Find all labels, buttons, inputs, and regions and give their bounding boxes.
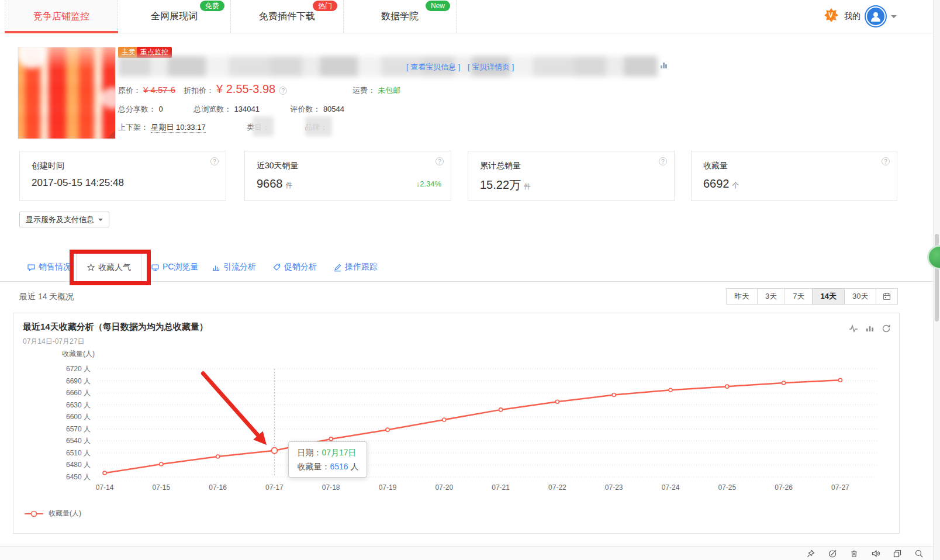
vip-level-icon[interactable]: V3 — [824, 8, 839, 25]
help-icon[interactable]: ? — [436, 157, 444, 165]
tab-label: PC浏览量 — [163, 262, 198, 272]
tab-pc-views[interactable]: PC浏览量 — [151, 262, 198, 272]
blurred-category-value — [253, 116, 274, 136]
svg-text:6480 人: 6480 人 — [66, 461, 91, 469]
help-icon[interactable]: ? — [279, 87, 287, 95]
tab-label: 引流分析 — [223, 262, 256, 272]
svg-text:07-24: 07-24 — [662, 483, 680, 492]
trash-icon[interactable] — [849, 549, 859, 558]
tab-operation-tracking[interactable]: 操作跟踪 — [333, 262, 378, 272]
svg-text:07-23: 07-23 — [605, 483, 623, 492]
bar-chart-icon[interactable] — [865, 324, 875, 336]
red-highlight-annotation — [70, 250, 151, 285]
range-yesterday-button[interactable]: 昨天 — [726, 288, 758, 305]
pin-icon[interactable] — [806, 549, 815, 558]
show-service-payment-button[interactable]: 显示服务及支付信息 — [19, 212, 109, 227]
shelf-time-label: 上下架： — [118, 123, 148, 132]
range-30day-button[interactable]: 30天 — [844, 288, 876, 305]
svg-text:07-15: 07-15 — [152, 483, 170, 492]
card-created-time: 创建时间 ? 2017-05-15 14:25:48 — [19, 151, 226, 201]
shelf-time-value[interactable]: 星期日 10:33:17 — [151, 123, 205, 133]
card-title: 累计总销量 — [480, 161, 521, 171]
original-price-value: ¥ 4.57-6 — [143, 85, 175, 95]
bar-chart-icon — [212, 263, 220, 272]
card-unit: 件 — [286, 181, 293, 189]
calendar-button[interactable] — [876, 288, 898, 305]
nav-tab-competitor-monitor[interactable]: 竞争店铺监控 — [5, 0, 118, 33]
nav-tab-keywords[interactable]: 全网展现词 免费 — [118, 0, 231, 33]
calendar-icon — [882, 292, 891, 301]
favorites-chart-card: 最近14天收藏分析（每日数据为均为总收藏量） 07月14日-07月27日 收藏量… — [13, 313, 900, 534]
chart-toolbar — [849, 324, 891, 336]
help-icon[interactable]: ? — [659, 157, 667, 165]
rank-icon — [659, 61, 668, 72]
svg-text:07-19: 07-19 — [379, 483, 397, 492]
svg-text:6720 人: 6720 人 — [66, 365, 91, 373]
legend-marker-icon — [24, 510, 44, 517]
card-30day-sales: 近30天销量 ? 9668件 ↓2.34% — [244, 151, 451, 201]
overview-label: 最近 14 天概况 — [19, 292, 74, 302]
range-14day-button[interactable]: 14天 — [812, 288, 844, 305]
annotate-icon[interactable] — [828, 549, 837, 558]
svg-text:07-16: 07-16 — [209, 483, 227, 492]
my-account-label[interactable]: 我的 — [844, 11, 860, 22]
blurred-product-title — [118, 56, 658, 77]
blurred-product-photo — [18, 47, 116, 139]
tag-icon — [272, 263, 281, 272]
new-badge: New — [426, 1, 450, 11]
chart-plot-area[interactable]: 收藏量(人)6450 人6480 人6510 人6540 人6570 人6600… — [17, 345, 895, 508]
card-unit: 个 — [732, 181, 739, 189]
chart-legend[interactable]: 收藏量(人) — [24, 509, 81, 518]
price-row: 原价： ¥ 4.57-6 折扣价： ¥ 2.55-3.98 ? 运费： 未包邮 — [118, 82, 400, 96]
floating-help-button[interactable] — [927, 245, 940, 269]
nav-tab-data-academy[interactable]: 数据学院 New — [344, 0, 457, 33]
svg-text:07-17: 07-17 — [265, 483, 284, 492]
view-item-info-link[interactable]: [ 查看宝贝信息 ] — [406, 62, 460, 72]
range-7day-button[interactable]: 7天 — [785, 288, 813, 305]
chart-title: 最近14天收藏分析（每日数据为均为总收藏量） — [23, 322, 208, 333]
nav-right: V3 我的 — [824, 0, 933, 33]
tab-label: 销售情况 — [39, 262, 71, 272]
delta-down-badge: ↓2.34% — [416, 179, 441, 188]
product-stats-row: 总分享数： 0 总浏览数： 134041 评价数： 80544 — [118, 103, 372, 115]
tab-label: 促销分析 — [284, 262, 317, 272]
svg-text:6510 人: 6510 人 — [66, 449, 91, 457]
chevron-down-icon[interactable] — [891, 15, 897, 21]
free-badge: 免费 — [200, 1, 224, 11]
nav-tab-label: 竞争店铺监控 — [33, 11, 89, 23]
tab-traffic-analysis[interactable]: 引流分析 — [212, 262, 256, 272]
monitor-icon — [151, 263, 160, 272]
range-3day-button[interactable]: 3天 — [757, 288, 785, 305]
shipping-value: 未包邮 — [378, 85, 400, 96]
tooltip-date-value: 07月17日 — [322, 448, 356, 457]
blurred-brand-value — [305, 116, 332, 136]
nav-tab-label: 免费插件下载 — [259, 11, 315, 23]
svg-text:6660 人: 6660 人 — [66, 389, 91, 397]
legend-label: 收藏量(人) — [49, 509, 81, 518]
search-icon[interactable] — [914, 549, 924, 558]
nav-tab-plugin-download[interactable]: 免费插件下载 热门 — [231, 0, 344, 33]
svg-text:07-26: 07-26 — [775, 483, 793, 492]
shipping-label: 运费： — [352, 85, 375, 96]
help-icon[interactable]: ? — [882, 157, 890, 165]
tab-sales-status[interactable]: 销售情况 — [27, 262, 71, 272]
avatar[interactable] — [866, 6, 886, 26]
tab-promo-analysis[interactable]: 促销分析 — [272, 262, 317, 272]
favorites-line-chart: 收藏量(人)6450 人6480 人6510 人6540 人6570 人6600… — [17, 345, 895, 508]
svg-text:07-14: 07-14 — [96, 483, 114, 492]
window-restore-icon[interactable] — [893, 549, 902, 558]
svg-text:6630 人: 6630 人 — [66, 401, 91, 409]
nav-tab-label: 全网展现词 — [151, 11, 198, 23]
card-unit: 件 — [524, 182, 531, 191]
refresh-icon[interactable] — [882, 324, 891, 336]
tab-label: 操作跟踪 — [345, 262, 378, 272]
share-count-value: 0 — [158, 105, 163, 113]
item-detail-page-link[interactable]: [ 宝贝详情页 ] — [468, 62, 514, 72]
speaker-icon[interactable] — [871, 549, 880, 558]
line-chart-icon[interactable] — [849, 324, 858, 336]
card-title: 创建时间 — [32, 161, 64, 171]
card-value: 2017-05-15 14:25:48 — [32, 177, 124, 188]
product-image[interactable] — [18, 47, 116, 139]
svg-text:6690 人: 6690 人 — [66, 377, 91, 385]
help-icon[interactable]: ? — [210, 157, 219, 165]
